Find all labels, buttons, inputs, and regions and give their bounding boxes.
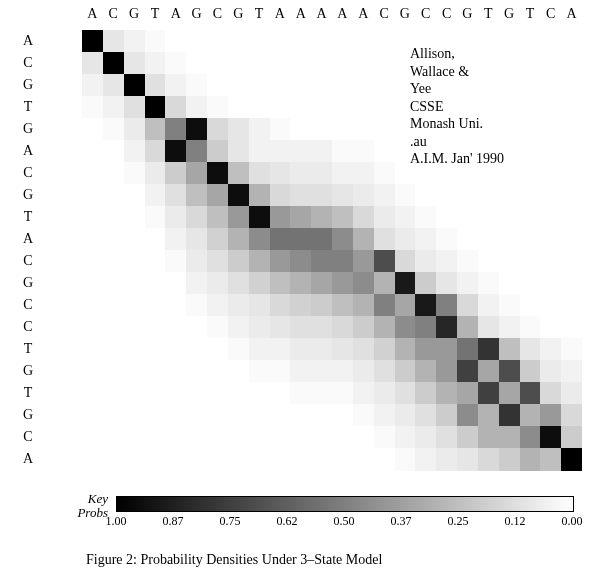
- attrib-line: CSSE: [410, 98, 570, 116]
- heatmap-cell: [270, 404, 291, 427]
- heatmap-cell: [332, 294, 353, 317]
- y-tick-label: T: [20, 341, 36, 357]
- heatmap-cell: [103, 448, 124, 471]
- x-tick-label: C: [442, 6, 451, 22]
- heatmap-cell: [415, 228, 436, 251]
- heatmap-cell: [124, 74, 145, 97]
- heatmap-cell: [103, 118, 124, 141]
- heatmap-cell: [228, 140, 249, 163]
- heatmap-cell: [103, 404, 124, 427]
- x-tick-label: G: [504, 6, 514, 22]
- heatmap-cell: [332, 250, 353, 273]
- heatmap-cell: [290, 184, 311, 207]
- heatmap-cell: [145, 96, 166, 119]
- heatmap-cell: [270, 228, 291, 251]
- heatmap-cell: [311, 184, 332, 207]
- heatmap-cell: [228, 30, 249, 53]
- heatmap-cell: [228, 162, 249, 185]
- heatmap-cell: [207, 338, 228, 361]
- y-axis-labels: ACGTGACGTACGCCTGTGCA: [20, 30, 40, 490]
- heatmap-cell: [290, 448, 311, 471]
- y-tick-label: G: [20, 275, 36, 291]
- heatmap-cell: [353, 316, 374, 339]
- heatmap-cell: [207, 294, 228, 317]
- heatmap-cell: [207, 360, 228, 383]
- heatmap-cell: [145, 360, 166, 383]
- heatmap-cell: [311, 360, 332, 383]
- heatmap-cell: [561, 360, 582, 383]
- heatmap-cell: [478, 338, 499, 361]
- heatmap-cell: [540, 426, 561, 449]
- heatmap-cell: [165, 448, 186, 471]
- heatmap-cell: [540, 206, 561, 229]
- heatmap-cell: [520, 316, 541, 339]
- heatmap-cell: [82, 338, 103, 361]
- heatmap-cell: [103, 316, 124, 339]
- heatmap-cell: [165, 184, 186, 207]
- heatmap-cell: [145, 162, 166, 185]
- y-tick-label: C: [20, 165, 36, 181]
- heatmap-cell: [228, 338, 249, 361]
- heatmap-cell: [520, 250, 541, 273]
- heatmap-cell: [457, 294, 478, 317]
- heatmap-cell: [249, 184, 270, 207]
- colorbar-title-line1: Key: [88, 491, 108, 506]
- heatmap-cell: [436, 316, 457, 339]
- heatmap-cell: [207, 118, 228, 141]
- heatmap-cell: [290, 228, 311, 251]
- heatmap-cell: [103, 228, 124, 251]
- colorbar-gradient: [116, 496, 574, 512]
- heatmap-cell: [499, 250, 520, 273]
- heatmap-cell: [520, 404, 541, 427]
- heatmap-cell: [145, 74, 166, 97]
- heatmap-cell: [311, 316, 332, 339]
- heatmap-cell: [332, 426, 353, 449]
- heatmap-cell: [207, 382, 228, 405]
- y-tick-label: G: [20, 121, 36, 137]
- heatmap-cell: [103, 30, 124, 53]
- heatmap-cell: [165, 272, 186, 295]
- heatmap-cell: [499, 426, 520, 449]
- heatmap-cell: [311, 404, 332, 427]
- heatmap-cell: [186, 360, 207, 383]
- heatmap-cell: [353, 140, 374, 163]
- x-tick-label: G: [400, 6, 410, 22]
- heatmap-cell: [540, 448, 561, 471]
- heatmap-cell: [186, 426, 207, 449]
- heatmap-cell: [290, 162, 311, 185]
- heatmap-cell: [520, 294, 541, 317]
- heatmap-cell: [186, 96, 207, 119]
- heatmap-cell: [290, 404, 311, 427]
- heatmap-cell: [228, 316, 249, 339]
- heatmap-cell: [82, 74, 103, 97]
- colorbar-title: Key Probs: [52, 492, 108, 521]
- y-tick-label: C: [20, 253, 36, 269]
- attribution-block: Allison, Wallace & Yee CSSE Monash Uni. …: [410, 45, 570, 168]
- heatmap-cell: [332, 96, 353, 119]
- heatmap-cell: [457, 228, 478, 251]
- heatmap-cell: [374, 426, 395, 449]
- heatmap-cell: [186, 30, 207, 53]
- heatmap-cell: [561, 404, 582, 427]
- heatmap-cell: [311, 426, 332, 449]
- y-tick-label: A: [20, 451, 36, 467]
- heatmap-cell: [103, 338, 124, 361]
- heatmap-cell: [82, 360, 103, 383]
- heatmap-cell: [499, 184, 520, 207]
- heatmap-cell: [103, 184, 124, 207]
- heatmap-cell: [82, 118, 103, 141]
- heatmap-cell: [103, 52, 124, 75]
- heatmap-cell: [520, 184, 541, 207]
- heatmap-cell: [436, 184, 457, 207]
- heatmap-cell: [561, 382, 582, 405]
- y-tick-label: T: [20, 385, 36, 401]
- heatmap-cell: [103, 360, 124, 383]
- heatmap-cell: [374, 228, 395, 251]
- heatmap-cell: [145, 272, 166, 295]
- heatmap-cell: [311, 272, 332, 295]
- heatmap-cell: [374, 162, 395, 185]
- heatmap-cell: [415, 184, 436, 207]
- heatmap-cell: [249, 316, 270, 339]
- heatmap-cell: [249, 294, 270, 317]
- heatmap-cell: [82, 382, 103, 405]
